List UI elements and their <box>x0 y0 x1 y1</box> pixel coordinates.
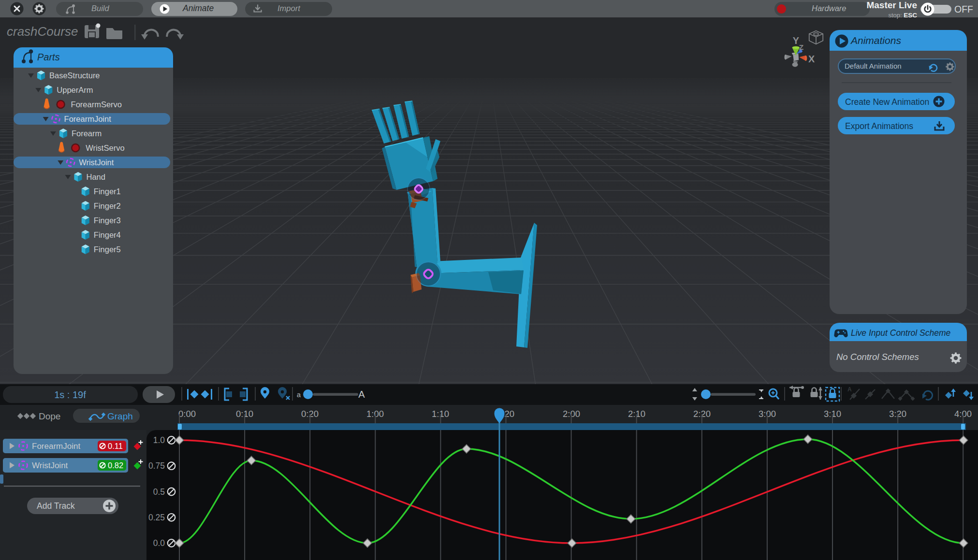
svg-text:BaseStructure: BaseStructure <box>49 71 100 80</box>
svg-text:0.82: 0.82 <box>108 461 123 470</box>
svg-text:Forearm: Forearm <box>72 129 102 138</box>
svg-text:Finger2: Finger2 <box>94 201 121 210</box>
svg-text:ForearmJoint: ForearmJoint <box>32 442 80 451</box>
svg-text:WristJoint: WristJoint <box>32 461 68 470</box>
svg-text:ForearmServo: ForearmServo <box>71 100 122 109</box>
svg-text:UpperArm: UpperArm <box>57 86 93 94</box>
svg-text:Finger4: Finger4 <box>94 230 121 239</box>
svg-text:Y: Y <box>793 35 799 46</box>
svg-text:0.11: 0.11 <box>108 442 123 450</box>
svg-text:Z: Z <box>799 43 803 51</box>
svg-text:WristJoint: WristJoint <box>79 158 114 167</box>
svg-text:Add Track: Add Track <box>37 501 75 511</box>
svg-text:Finger1: Finger1 <box>94 187 121 196</box>
svg-text:ForearmJoint: ForearmJoint <box>64 115 112 123</box>
svg-text:X: X <box>808 54 815 64</box>
svg-text:WristServo: WristServo <box>86 144 124 152</box>
svg-text:Finger3: Finger3 <box>94 216 121 225</box>
svg-text:Hand: Hand <box>87 172 105 181</box>
svg-text:Finger5: Finger5 <box>94 245 121 254</box>
